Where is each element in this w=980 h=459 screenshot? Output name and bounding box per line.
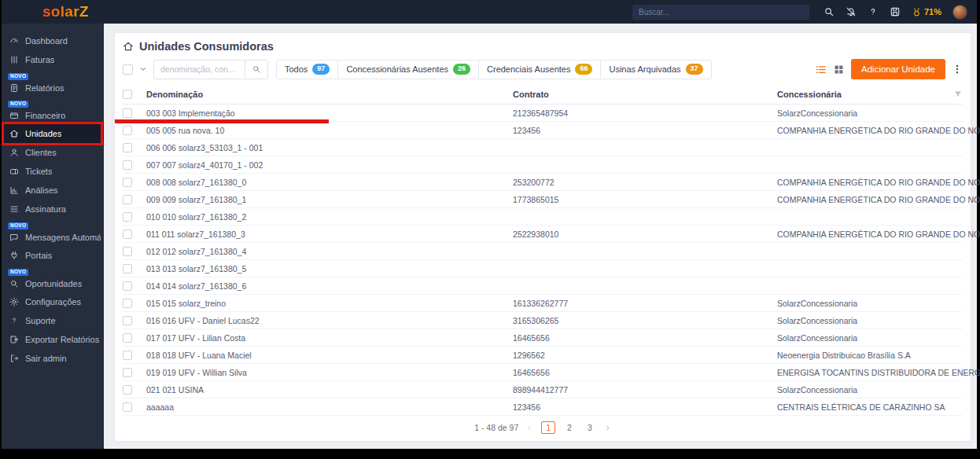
column-header-concessionaria[interactable]: Concessionária bbox=[777, 90, 947, 99]
row-checkbox[interactable] bbox=[123, 264, 132, 274]
table-row[interactable]: 007 007 solarz4_40170_1 - 002 bbox=[123, 156, 963, 174]
table-row[interactable]: 019 019 UFV - Willian Silva 16465656 ENE… bbox=[123, 364, 963, 381]
table-search-button[interactable] bbox=[245, 60, 268, 79]
page-number[interactable]: 3 bbox=[584, 421, 596, 434]
sidebar-item-relatorios[interactable]: NOVO Relatórios bbox=[2, 73, 104, 97]
help-icon[interactable] bbox=[868, 6, 879, 17]
table-row[interactable]: 010 010 solarz7_161380_2 bbox=[123, 208, 963, 226]
row-checkbox[interactable] bbox=[123, 351, 132, 360]
filter-tab-3[interactable]: Usinas Arquivadas 37 bbox=[601, 60, 711, 79]
filter-tab-1[interactable]: Concessionárias Ausentes 26 bbox=[338, 60, 479, 79]
novo-badge: NOVO bbox=[8, 269, 28, 276]
row-checkbox[interactable] bbox=[123, 195, 132, 204]
cell-denominacao: 016 016 UFV - Daniel Lucas22 bbox=[146, 316, 513, 325]
sidebar-item-mensagens-automaticas[interactable]: NOVO Mensagens Automát... bbox=[2, 222, 104, 246]
table-row[interactable]: 008 008 solarz7_161380_0 253200772 COMPA… bbox=[123, 174, 963, 191]
table-row[interactable]: 017 017 UFV - Lilian Costa 16465656 Sola… bbox=[123, 329, 963, 347]
sidebar-item-oportunidades[interactable]: NOVO Oportunidades bbox=[2, 269, 104, 292]
sidebar-item-configuracoes[interactable]: Configurações bbox=[2, 292, 104, 311]
pagination: 1 - 48 de 97 123 bbox=[123, 421, 963, 434]
grid-view-icon[interactable] bbox=[833, 64, 845, 75]
row-checkbox[interactable] bbox=[123, 108, 132, 118]
row-checkbox[interactable] bbox=[123, 316, 132, 325]
table-row[interactable]: 006 006 solarz3_53103_1 - 001 bbox=[123, 139, 963, 156]
row-checkbox[interactable] bbox=[123, 143, 132, 152]
cell-denominacao: 003 003 Implementação bbox=[146, 108, 513, 118]
row-checkbox[interactable] bbox=[123, 160, 132, 170]
page-number[interactable]: 1 bbox=[541, 421, 555, 434]
select-all-checkbox[interactable] bbox=[123, 64, 133, 75]
row-checkbox[interactable] bbox=[123, 178, 132, 187]
sidebar-item-label: Financeiro bbox=[25, 111, 65, 120]
sidebar-item-portais[interactable]: Portais bbox=[2, 246, 104, 265]
sidebar-item-tickets[interactable]: Tickets bbox=[2, 162, 104, 181]
filter-tab-2[interactable]: Credenciais Ausentes 66 bbox=[479, 60, 601, 79]
sidebar-item-label: Exportar Relatórios bbox=[25, 335, 99, 344]
prev-page-icon[interactable] bbox=[526, 424, 533, 431]
row-checkbox[interactable] bbox=[123, 212, 132, 222]
sidebar-item-financeiro[interactable]: NOVO Financeiro bbox=[2, 101, 104, 124]
global-search-input[interactable] bbox=[632, 5, 809, 20]
sidebar-item-suporte[interactable]: Suporte bbox=[2, 311, 104, 330]
row-checkbox[interactable] bbox=[123, 299, 132, 308]
user-icon bbox=[9, 148, 19, 157]
row-checkbox[interactable] bbox=[123, 333, 132, 343]
user-avatar[interactable] bbox=[952, 5, 967, 20]
cell-denominacao: 007 007 solarz4_40170_1 - 002 bbox=[146, 160, 513, 170]
sidebar-item-unidades[interactable]: Unidades bbox=[2, 124, 104, 143]
row-checkbox[interactable] bbox=[123, 368, 132, 377]
sidebar-item-dashboard[interactable]: Dashboard bbox=[2, 31, 104, 50]
table-row[interactable]: 011 011 solarz7_161380_3 2522938010 COMP… bbox=[123, 226, 963, 243]
home-icon bbox=[123, 41, 134, 52]
add-unit-button[interactable]: Adicionar Unidade bbox=[851, 59, 945, 79]
column-header-denominacao[interactable]: Denominação bbox=[146, 90, 513, 99]
sidebar-item-clientes[interactable]: Clientes bbox=[2, 143, 104, 162]
filter-tab-0[interactable]: Todos 97 bbox=[276, 60, 338, 79]
gear-icon bbox=[9, 297, 19, 307]
row-checkbox[interactable] bbox=[123, 402, 132, 412]
filter-icon[interactable] bbox=[953, 90, 963, 99]
cell-concessionaria: Neoenergia Distribuicao Brasília S.A bbox=[777, 351, 947, 360]
chevron-down-icon[interactable] bbox=[139, 65, 147, 73]
row-checkbox[interactable] bbox=[123, 385, 132, 395]
cell-denominacao: 015 015 solarz_treino bbox=[146, 299, 513, 308]
gamification-score[interactable]: 71% bbox=[912, 7, 941, 17]
next-page-icon[interactable] bbox=[604, 424, 611, 431]
sidebar-item-sair-admin[interactable]: Sair admin bbox=[2, 349, 104, 368]
table-row[interactable]: 005 005 rua nova. 10 123456 COMPANHIA EN… bbox=[123, 122, 963, 139]
cell-concessionaria: SolarzConcessionaria bbox=[777, 108, 947, 118]
table-row[interactable]: 014 014 solarz7_161380_6 bbox=[123, 277, 963, 295]
table-row[interactable]: 012 012 solarz7_161380_4 bbox=[123, 243, 963, 260]
notifications-off-icon[interactable] bbox=[846, 6, 857, 17]
table-row[interactable]: 016 016 UFV - Daniel Lucas22 3165306265 … bbox=[123, 312, 963, 329]
table-row[interactable]: aaaaaa 123456 CENTRAIS ELÉTRICAS DE CARA… bbox=[123, 398, 963, 416]
sidebar-item-faturas[interactable]: Faturas bbox=[2, 50, 104, 69]
select-all-rows-checkbox[interactable] bbox=[123, 90, 132, 99]
table-row[interactable]: 003 003 Implementação 212365487954 Solar… bbox=[123, 105, 963, 122]
save-icon[interactable] bbox=[890, 6, 901, 17]
table-search-input[interactable] bbox=[153, 60, 245, 79]
row-checkbox[interactable] bbox=[123, 281, 132, 291]
table-row[interactable]: 009 009 solarz7_161380_1 1773865015 COMP… bbox=[123, 191, 963, 208]
table-row[interactable]: 018 018 UFV - Luana Maciel 1296562 Neoen… bbox=[123, 347, 963, 364]
list-view-icon[interactable] bbox=[815, 64, 827, 75]
row-checkbox[interactable] bbox=[123, 247, 132, 256]
sidebar-item-analises[interactable]: Análises bbox=[2, 181, 104, 200]
novo-badge: NOVO bbox=[8, 222, 28, 230]
column-header-contrato[interactable]: Contrato bbox=[513, 90, 777, 99]
page-number[interactable]: 2 bbox=[563, 421, 576, 434]
sidebar-item-assinatura[interactable]: Assinatura bbox=[2, 200, 104, 218]
search-icon[interactable] bbox=[823, 6, 834, 17]
sidebar-item-exportar-relatorios[interactable]: Exportar Relatórios bbox=[2, 330, 104, 349]
table-row[interactable]: 015 015 solarz_treino 161336262777 Solar… bbox=[123, 295, 963, 312]
row-checkbox[interactable] bbox=[123, 126, 132, 135]
cell-contrato: 123456 bbox=[513, 126, 777, 135]
units-table: Denominação Contrato Concessionária 003 … bbox=[123, 84, 963, 416]
row-checkbox[interactable] bbox=[123, 230, 132, 239]
export-icon bbox=[9, 335, 19, 344]
menu-toggle-button[interactable] bbox=[11, 6, 24, 18]
more-options-icon[interactable] bbox=[952, 63, 963, 75]
sidebar: Dashboard Faturas NOVO Relatórios NOVO F… bbox=[2, 24, 104, 449]
table-row[interactable]: 013 013 solarz7_161380_5 bbox=[123, 260, 963, 277]
table-row[interactable]: 021 021 USINA 898944412777 SolarzConcess… bbox=[123, 381, 963, 398]
